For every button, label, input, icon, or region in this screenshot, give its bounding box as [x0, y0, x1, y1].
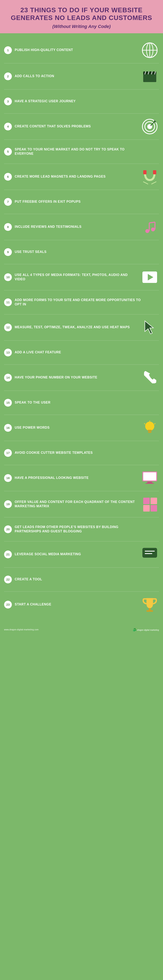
item-icon-12 — [141, 318, 159, 337]
item-number-7: 7 — [4, 198, 12, 206]
list-item-12: 12MEASURE, TEST, OPTIMIZE, TWEAK, ANALYZ… — [2, 315, 161, 340]
footer: www.dragon-digital-marketing.com 🐉 drago… — [0, 626, 163, 633]
item-text-19: OFFER VALUE AND CONTENT FOR EACH QUADRAN… — [15, 500, 139, 509]
item-icon-18 — [141, 469, 159, 487]
item-text-17: AVOID COOKIE CUTTER WEBSITE TEMPLATES — [15, 451, 142, 455]
item-icon-21 — [141, 545, 159, 563]
item-text-2: ADD CALLS TO ACTION — [15, 74, 139, 78]
item-icon-8 — [141, 218, 159, 236]
item-text-12: MEASURE, TEST, OPTIMIZE, TWEAK, ANALYZE … — [15, 325, 139, 329]
item-icon-spacer-13 — [142, 344, 159, 361]
item-icon-spacer-9 — [142, 244, 159, 260]
list-item-23: 23START A CHALLENGE — [2, 592, 161, 617]
item-icon-spacer-22 — [142, 571, 159, 588]
item-number-18: 18 — [4, 474, 12, 482]
item-number-12: 12 — [4, 323, 12, 331]
list-item-3: 3HAVE A STRATEGIC USER JOURNEY — [2, 90, 161, 113]
list-item-13: 13ADD A LIVE CHAT FEATURE — [2, 341, 161, 364]
item-number-3: 3 — [4, 97, 12, 105]
list-item-14: 14HAVE YOUR PHONE NUMBER ON YOUR WEBSITE — [2, 365, 161, 390]
list-item-16: 16USE POWER WORDS — [2, 415, 161, 441]
item-icon-spacer-17 — [142, 445, 159, 461]
item-text-21: LEVERAGE SOCIAL MEDIA MARKETING — [15, 552, 139, 557]
header-subtitle: (Without Writing Any Code) — [4, 24, 159, 29]
list-item-10: 10USE ALL 4 TYPES OF MEDIA FORMATS: TEXT… — [2, 264, 161, 290]
item-number-9: 9 — [4, 248, 12, 256]
item-icon-1 — [141, 41, 159, 59]
list-item-8: 8INCLUDE REVIEWS AND TESTIMONIALS — [2, 214, 161, 240]
item-icon-spacer-11 — [142, 294, 159, 310]
item-text-4: CREATE CONTENT THAT SOLVES PROBLEMS — [15, 124, 139, 129]
list-item-15: 15SPEAK TO THE USER — [2, 391, 161, 415]
item-number-15: 15 — [4, 399, 12, 407]
item-number-13: 13 — [4, 348, 12, 356]
item-number-6: 6 — [4, 173, 12, 181]
item-text-15: SPEAK TO THE USER — [15, 401, 142, 405]
item-number-2: 2 — [4, 72, 12, 80]
header: 23 THINGS TO DO IF YOUR WEBSITE GENERATE… — [0, 0, 163, 33]
list-item-2: 2ADD CALLS TO ACTION — [2, 64, 161, 89]
item-number-8: 8 — [4, 223, 12, 231]
item-text-14: HAVE YOUR PHONE NUMBER ON YOUR WEBSITE — [15, 375, 139, 380]
item-number-23: 23 — [4, 601, 12, 608]
item-icon-2 — [141, 67, 159, 86]
item-number-14: 14 — [4, 374, 12, 382]
item-icon-23 — [141, 595, 159, 614]
item-icon-14 — [141, 368, 159, 387]
list-item-18: 18HAVE A PROFESSIONAL LOOKING WEBSITE — [2, 465, 161, 491]
item-text-22: CREATE A TOOL — [15, 577, 142, 582]
footer-brand: 🐉 dragon digital marketing — [132, 628, 159, 632]
item-number-11: 11 — [4, 298, 12, 306]
item-text-23: START A CHALLENGE — [15, 602, 139, 607]
item-number-19: 19 — [4, 500, 12, 508]
list-item-21: 21LEVERAGE SOCIAL MEDIA MARKETING — [2, 541, 161, 567]
item-text-16: USE POWER WORDS — [15, 426, 139, 430]
item-icon-spacer-5 — [142, 143, 159, 160]
item-number-10: 10 — [4, 273, 12, 281]
item-icon-10 — [141, 268, 159, 286]
list-item-11: 11ADD MORE FORMS TO YOUR SITE AND CREATE… — [2, 291, 161, 314]
item-number-21: 21 — [4, 550, 12, 558]
item-icon-6 — [141, 168, 159, 186]
item-icon-spacer-20 — [142, 521, 159, 538]
item-number-20: 20 — [4, 525, 12, 533]
list-item-9: 9USE TRUST SEALS — [2, 240, 161, 264]
item-number-5: 5 — [4, 148, 12, 156]
list-item-19: 19OFFER VALUE AND CONTENT FOR EACH QUADR… — [2, 491, 161, 517]
header-title: 23 THINGS TO DO IF YOUR WEBSITE GENERATE… — [4, 6, 159, 22]
list-item-22: 22CREATE A TOOL — [2, 568, 161, 591]
item-icon-spacer-15 — [142, 395, 159, 411]
item-icon-16 — [141, 418, 159, 437]
list-item-7: 7PUT FREEBIE OFFERS IN EXIT POPUPS — [2, 190, 161, 214]
item-text-5: SPEAK TO YOUR NICHE MARKET AND DO NOT TR… — [15, 147, 142, 156]
page-wrapper: 23 THINGS TO DO IF YOUR WEBSITE GENERATE… — [0, 0, 163, 633]
item-text-8: INCLUDE REVIEWS AND TESTIMONIALS — [15, 225, 139, 229]
item-text-1: PUBLISH HIGH-QUALITY CONTENT — [15, 48, 139, 52]
item-number-1: 1 — [4, 46, 12, 54]
item-icon-spacer-3 — [142, 93, 159, 110]
items-container: 1PUBLISH HIGH-QUALITY CONTENT2ADD CALLS … — [0, 33, 163, 626]
list-item-6: 6CREATE MORE LEAD MAGNETS AND LANDING PA… — [2, 164, 161, 189]
item-number-16: 16 — [4, 424, 12, 432]
footer-website: www.dragon-digital-marketing.com — [4, 628, 38, 631]
list-item-4: 4CREATE CONTENT THAT SOLVES PROBLEMS — [2, 114, 161, 139]
list-item-5: 5SPEAK TO YOUR NICHE MARKET AND DO NOT T… — [2, 140, 161, 164]
item-number-4: 4 — [4, 123, 12, 130]
list-item-20: 20GET LEADS FROM OTHER PEOPLE'S WEBSITES… — [2, 517, 161, 541]
item-icon-spacer-7 — [142, 194, 159, 210]
list-item-1: 1PUBLISH HIGH-QUALITY CONTENT — [2, 37, 161, 63]
list-item-17: 17AVOID COOKIE CUTTER WEBSITE TEMPLATES — [2, 441, 161, 465]
item-text-7: PUT FREEBIE OFFERS IN EXIT POPUPS — [15, 200, 142, 204]
item-icon-4 — [141, 118, 159, 136]
item-text-9: USE TRUST SEALS — [15, 250, 142, 254]
item-text-20: GET LEADS FROM OTHER PEOPLE'S WEBSITES B… — [15, 525, 142, 534]
item-text-3: HAVE A STRATEGIC USER JOURNEY — [15, 99, 142, 103]
item-text-13: ADD A LIVE CHAT FEATURE — [15, 350, 142, 355]
item-icon-19 — [141, 495, 159, 513]
item-number-22: 22 — [4, 576, 12, 583]
item-text-6: CREATE MORE LEAD MAGNETS AND LANDING PAG… — [15, 175, 139, 179]
item-number-17: 17 — [4, 449, 12, 457]
item-text-11: ADD MORE FORMS TO YOUR SITE AND CREATE M… — [15, 298, 142, 307]
item-text-18: HAVE A PROFESSIONAL LOOKING WEBSITE — [15, 476, 139, 480]
item-text-10: USE ALL 4 TYPES OF MEDIA FORMATS: TEXT, … — [15, 273, 139, 282]
